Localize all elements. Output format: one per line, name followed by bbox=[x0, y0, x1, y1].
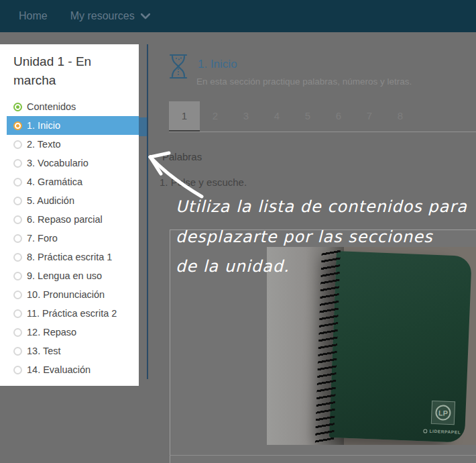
sidebar-item-lengua-en-uso[interactable]: 9. Lengua en uso bbox=[0, 266, 139, 285]
sidebar-item-label: 1. Inicio bbox=[27, 120, 60, 131]
top-nav: Home My resources bbox=[0, 0, 476, 32]
sidebar-item-evaluacion[interactable]: 14. Evaluación bbox=[0, 360, 139, 379]
page-tab-5[interactable]: 5 bbox=[292, 101, 323, 132]
page-tabs: 1 2 3 4 5 6 7 8 bbox=[169, 101, 416, 132]
sidebar-item-label: 5. Audición bbox=[27, 195, 74, 206]
sidebar-item-label: 13. Test bbox=[27, 346, 61, 356]
sidebar-item-label: Contenidos bbox=[27, 101, 76, 112]
notebook-photo[interactable]: LP LIDERPAPEL bbox=[267, 247, 476, 445]
nav-my-resources-label: My resources bbox=[70, 10, 135, 22]
tabs-divider bbox=[169, 132, 476, 132]
sidebar-item-label: 10. Pronunciación bbox=[27, 289, 105, 300]
sidebar-item-label: 4. Gramática bbox=[27, 176, 82, 187]
content-left-border bbox=[147, 44, 148, 379]
hourglass-icon bbox=[168, 54, 189, 79]
sidebar-item-vocabulario[interactable]: 3. Vocabulario bbox=[0, 154, 139, 172]
radio-empty-icon bbox=[13, 178, 22, 187]
brand-label: LIDERPAPEL bbox=[430, 429, 461, 435]
chevron-down-icon bbox=[141, 13, 150, 19]
page-tab-7[interactable]: 7 bbox=[354, 101, 385, 132]
nav-home[interactable]: Home bbox=[19, 10, 48, 22]
sidebar-item-label: 8. Práctica escrita 1 bbox=[27, 252, 112, 262]
notebook-logo-icon: LP bbox=[431, 401, 455, 425]
sidebar-item-audicion[interactable]: 5. Audición bbox=[0, 191, 139, 210]
radio-empty-icon bbox=[13, 140, 22, 149]
sidebar-item-label: 3. Vocabulario bbox=[27, 158, 88, 168]
nav-my-resources[interactable]: My resources bbox=[70, 10, 150, 22]
radio-empty-icon bbox=[13, 197, 22, 205]
radio-empty-icon bbox=[13, 309, 22, 318]
radio-empty-icon bbox=[13, 291, 22, 299]
notebook-cover: LP LIDERPAPEL bbox=[329, 251, 472, 443]
sidebar-item-contenidos[interactable]: Contenidos bbox=[0, 97, 139, 116]
radio-empty-icon bbox=[13, 159, 22, 168]
exercise-box-divider bbox=[170, 455, 476, 456]
sidebar-item-foro[interactable]: 7. Foro bbox=[0, 229, 139, 248]
sidebar-item-label: 14. Evaluación bbox=[27, 364, 91, 375]
contents-list: Contenidos 1. Inicio 2. Texto 3. Vocabul… bbox=[0, 97, 139, 379]
radio-empty-icon bbox=[13, 328, 22, 337]
sidebar-item-repaso-parcial[interactable]: 6. Repaso parcial bbox=[0, 210, 139, 229]
sidebar-item-label: 7. Foro bbox=[27, 233, 58, 244]
nav-home-label: Home bbox=[19, 10, 48, 22]
radio-selected-icon bbox=[13, 103, 22, 111]
tour-text-line-2: desplazarte por las secciones bbox=[176, 227, 433, 246]
radio-empty-icon bbox=[13, 366, 22, 374]
sidebar-item-label: 2. Texto bbox=[27, 139, 61, 150]
page-tab-2[interactable]: 2 bbox=[200, 101, 231, 132]
tour-text-line-1: Utiliza la lista de contenidos para bbox=[176, 197, 467, 216]
sidebar-item-gramatica[interactable]: 4. Gramática bbox=[0, 172, 139, 191]
sidebar-item-label: 6. Repaso parcial bbox=[27, 214, 103, 225]
page-tab-4[interactable]: 4 bbox=[261, 101, 292, 132]
sidebar-item-repaso[interactable]: 12. Repaso bbox=[0, 323, 139, 342]
section-subtitle: En esta sección practique palabras, núme… bbox=[196, 76, 412, 87]
sidebar-item-practica-escrita-1[interactable]: 8. Práctica escrita 1 bbox=[0, 248, 139, 266]
radio-empty-icon bbox=[13, 347, 22, 356]
notebook-logo-initials: LP bbox=[435, 405, 451, 421]
radio-current-icon bbox=[13, 121, 22, 130]
unit-title: Unidad 1 - En marcha bbox=[13, 52, 131, 89]
brand-dot-icon bbox=[424, 429, 428, 433]
tour-arrow-icon bbox=[139, 142, 213, 204]
page-tab-3[interactable]: 3 bbox=[231, 101, 261, 132]
radio-empty-icon bbox=[13, 215, 22, 224]
page-tab-8[interactable]: 8 bbox=[385, 101, 416, 132]
notebook-brand: LIDERPAPEL bbox=[424, 428, 461, 434]
sidebar-item-label: 11. Práctica escrita 2 bbox=[27, 308, 117, 319]
active-item-dim-strip bbox=[139, 117, 147, 136]
page-tab-1[interactable]: 1 bbox=[169, 101, 200, 132]
radio-empty-icon bbox=[13, 234, 22, 243]
sidebar-item-test[interactable]: 13. Test bbox=[0, 342, 139, 360]
contents-sidebar: Unidad 1 - En marcha Contenidos 1. Inici… bbox=[0, 44, 139, 386]
sidebar-item-texto[interactable]: 2. Texto bbox=[0, 135, 139, 154]
sidebar-item-practica-escrita-2[interactable]: 11. Práctica escrita 2 bbox=[0, 304, 139, 323]
page: Home My resources 1. Inicio En esta secc… bbox=[0, 0, 476, 463]
sidebar-item-label: 12. Repaso bbox=[27, 327, 76, 338]
radio-empty-icon bbox=[13, 253, 22, 262]
sidebar-item-label: 9. Lengua en uso bbox=[27, 270, 102, 281]
sidebar-item-inicio[interactable]: 1. Inicio bbox=[7, 116, 139, 135]
section-header: 1. Inicio bbox=[168, 54, 237, 79]
sidebar-item-pronunciacion[interactable]: 10. Pronunciación bbox=[0, 285, 139, 304]
page-tab-6[interactable]: 6 bbox=[323, 101, 354, 132]
radio-empty-icon bbox=[13, 272, 22, 280]
tour-text-line-3: de la unidad. bbox=[176, 257, 290, 276]
